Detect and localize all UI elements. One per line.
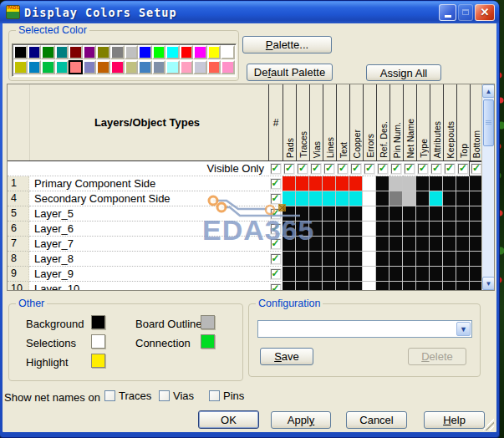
color-cell[interactable] — [456, 282, 470, 291]
color-cell[interactable] — [336, 176, 349, 191]
color-cell[interactable] — [336, 282, 349, 291]
color-cell[interactable] — [323, 206, 336, 222]
color-swatch[interactable] — [55, 60, 69, 74]
color-cell[interactable] — [283, 267, 296, 282]
color-cell[interactable] — [430, 206, 443, 222]
color-cell[interactable] — [336, 237, 349, 252]
default-palette-button[interactable]: Default Palette — [247, 64, 333, 81]
color-cell[interactable] — [283, 222, 296, 237]
color-cell[interactable] — [296, 267, 309, 282]
color-cell[interactable] — [430, 237, 443, 252]
color-cell[interactable] — [416, 267, 430, 282]
color-cell[interactable] — [443, 237, 456, 252]
color-cell[interactable] — [349, 237, 363, 252]
color-swatch[interactable] — [180, 60, 194, 74]
color-cell[interactable] — [430, 267, 443, 282]
color-cell[interactable] — [296, 237, 309, 252]
color-cell[interactable] — [336, 222, 349, 237]
row-label[interactable]: Layer_7 — [29, 237, 268, 252]
color-cell[interactable] — [403, 282, 416, 291]
color-cell[interactable] — [403, 176, 416, 191]
maximize-button[interactable] — [458, 4, 473, 21]
row-label[interactable]: Layer_10 — [29, 282, 268, 291]
color-cell[interactable] — [443, 176, 456, 191]
color-swatch[interactable] — [83, 45, 97, 59]
color-cell[interactable] — [296, 282, 309, 291]
color-cell[interactable] — [416, 282, 430, 291]
row-checkbox[interactable]: ✓ — [271, 254, 281, 264]
title-bar[interactable]: PADS Display Colors Setup ✕ — [0, 1, 499, 23]
connection-color-swatch[interactable] — [201, 334, 215, 349]
configuration-combobox[interactable]: ▼ — [257, 320, 472, 338]
color-swatch[interactable] — [125, 45, 139, 59]
color-cell[interactable] — [376, 176, 389, 191]
color-cell[interactable] — [296, 176, 309, 191]
color-swatch[interactable] — [207, 60, 221, 74]
color-swatch[interactable] — [138, 60, 152, 74]
color-cell[interactable] — [349, 176, 363, 191]
color-cell[interactable] — [389, 222, 403, 237]
color-cell[interactable] — [309, 222, 323, 237]
color-swatch[interactable] — [41, 45, 55, 59]
color-cell[interactable] — [456, 191, 470, 206]
color-cell[interactable] — [389, 191, 403, 206]
color-cell[interactable] — [416, 237, 430, 252]
color-cell[interactable] — [416, 206, 430, 222]
row-checkbox[interactable]: ✓ — [271, 179, 281, 189]
traces-checkbox[interactable] — [104, 390, 115, 401]
color-cell[interactable] — [283, 176, 296, 191]
color-cell[interactable] — [336, 191, 349, 206]
color-cell[interactable] — [296, 252, 309, 267]
color-cell[interactable] — [456, 206, 470, 222]
vias-checkbox[interactable] — [159, 390, 170, 401]
row-checkbox[interactable]: ✓ — [271, 209, 281, 219]
color-cell[interactable] — [403, 252, 416, 267]
color-swatch[interactable] — [13, 60, 28, 74]
color-cell[interactable] — [456, 176, 470, 191]
color-cell[interactable] — [336, 206, 349, 222]
color-cell[interactable] — [349, 267, 363, 282]
visible-only-checkbox[interactable]: ✓ — [445, 164, 455, 174]
row-checkbox[interactable]: ✓ — [271, 239, 281, 249]
visible-only-checkbox[interactable]: ✓ — [471, 164, 481, 174]
combo-dropdown-button[interactable]: ▼ — [456, 322, 471, 336]
save-button[interactable]: Save — [260, 348, 313, 365]
color-swatch[interactable] — [165, 45, 180, 59]
color-swatch[interactable] — [221, 45, 235, 59]
color-cell[interactable] — [403, 237, 416, 252]
color-swatch[interactable] — [69, 45, 83, 59]
color-cell[interactable] — [403, 191, 416, 206]
color-cell[interactable] — [283, 252, 296, 267]
row-label[interactable]: Layer_6 — [29, 222, 268, 237]
color-cell[interactable] — [323, 176, 336, 191]
color-cell[interactable] — [376, 267, 389, 282]
ok-button[interactable]: OK — [198, 410, 259, 429]
color-swatch[interactable] — [28, 45, 42, 59]
visible-only-checkbox[interactable]: ✓ — [431, 164, 441, 174]
visible-only-checkbox[interactable]: ✓ — [298, 164, 308, 174]
scroll-up-button[interactable]: ▲ — [482, 84, 495, 98]
color-cell[interactable] — [349, 282, 363, 291]
color-cell[interactable] — [283, 191, 296, 206]
resize-grip[interactable] — [482, 419, 494, 430]
color-cell[interactable] — [443, 267, 456, 282]
color-cell[interactable] — [416, 191, 430, 206]
color-cell[interactable] — [363, 222, 376, 237]
row-label[interactable]: Primary Component Side — [29, 176, 268, 191]
cancel-button[interactable]: Cancel — [346, 411, 407, 429]
apply-button[interactable]: Apply — [271, 411, 331, 429]
color-cell[interactable] — [376, 206, 389, 222]
color-cell[interactable] — [416, 222, 430, 237]
background-color-swatch[interactable] — [91, 315, 105, 329]
color-cell[interactable] — [443, 222, 456, 237]
color-cell[interactable] — [376, 252, 389, 267]
color-cell[interactable] — [389, 267, 403, 282]
color-cell[interactable] — [363, 252, 376, 267]
color-swatch[interactable] — [13, 45, 28, 59]
color-swatch[interactable] — [138, 45, 152, 59]
color-cell[interactable] — [309, 252, 323, 267]
color-cell[interactable] — [430, 176, 443, 191]
color-swatch[interactable] — [96, 60, 110, 74]
visible-only-checkbox[interactable]: ✓ — [458, 164, 468, 174]
color-swatch[interactable] — [152, 45, 166, 59]
